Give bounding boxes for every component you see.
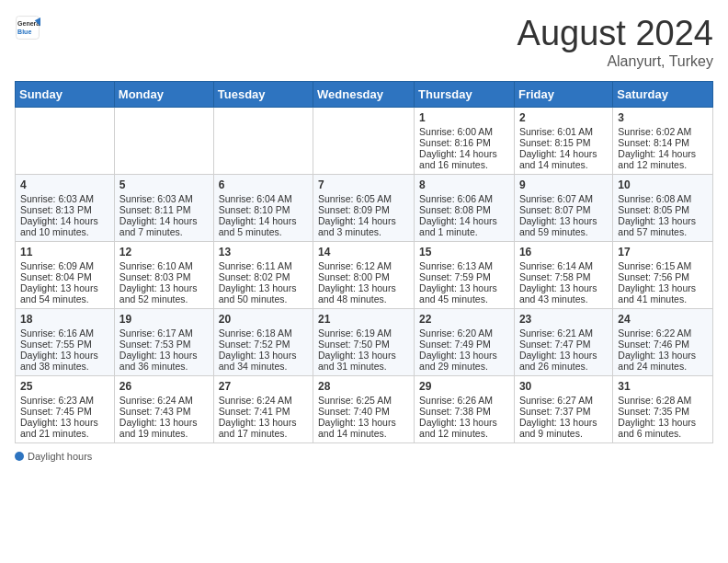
daylight-text: Daylight: 13 hours and 12 minutes. bbox=[419, 417, 509, 439]
sunset-text: Sunset: 7:43 PM bbox=[119, 406, 209, 417]
calendar-cell: 17Sunrise: 6:15 AMSunset: 7:56 PMDayligh… bbox=[613, 241, 713, 308]
sunrise-text: Sunrise: 6:01 AM bbox=[519, 126, 608, 137]
calendar-cell: 23Sunrise: 6:21 AMSunset: 7:47 PMDayligh… bbox=[514, 308, 612, 375]
day-number: 31 bbox=[618, 380, 708, 393]
calendar-title: August 2024 bbox=[518, 15, 713, 53]
sunset-text: Sunset: 7:41 PM bbox=[219, 406, 308, 417]
calendar-cell: 27Sunrise: 6:24 AMSunset: 7:41 PMDayligh… bbox=[213, 375, 313, 442]
day-number: 20 bbox=[219, 313, 308, 326]
sunrise-text: Sunrise: 6:03 AM bbox=[20, 193, 109, 204]
svg-rect-0 bbox=[17, 17, 40, 40]
sunset-text: Sunset: 7:45 PM bbox=[20, 406, 109, 417]
day-number: 16 bbox=[519, 246, 608, 259]
sunset-text: Sunset: 8:11 PM bbox=[119, 204, 209, 215]
daylight-text: Daylight: 14 hours and 12 minutes. bbox=[618, 148, 708, 170]
daylight-text: Daylight: 13 hours and 24 minutes. bbox=[618, 350, 708, 372]
sunset-text: Sunset: 8:10 PM bbox=[219, 204, 308, 215]
calendar-cell: 18Sunrise: 6:16 AMSunset: 7:55 PMDayligh… bbox=[16, 308, 115, 375]
day-of-week-header: Thursday bbox=[415, 81, 515, 107]
sunrise-text: Sunrise: 6:27 AM bbox=[519, 395, 608, 406]
calendar-cell: 20Sunrise: 6:18 AMSunset: 7:52 PMDayligh… bbox=[213, 308, 313, 375]
sunrise-text: Sunrise: 6:25 AM bbox=[318, 395, 409, 406]
page-header: General Blue August 2024 Alanyurt, Turke… bbox=[15, 15, 713, 70]
sunrise-text: Sunrise: 6:20 AM bbox=[419, 327, 509, 339]
sunrise-text: Sunrise: 6:13 AM bbox=[419, 260, 509, 271]
day-number: 21 bbox=[318, 313, 409, 326]
sunset-text: Sunset: 8:00 PM bbox=[318, 271, 409, 282]
daylight-text: Daylight: 14 hours and 1 minute. bbox=[419, 215, 509, 237]
daylight-text: Daylight: 13 hours and 50 minutes. bbox=[219, 282, 308, 304]
day-number: 11 bbox=[20, 246, 109, 259]
sunset-text: Sunset: 8:02 PM bbox=[219, 271, 308, 282]
sunset-text: Sunset: 7:59 PM bbox=[419, 271, 509, 282]
daylight-text: Daylight: 13 hours and 57 minutes. bbox=[618, 215, 708, 237]
day-of-week-header: Sunday bbox=[16, 81, 115, 107]
sunset-text: Sunset: 7:50 PM bbox=[318, 339, 409, 350]
day-number: 19 bbox=[119, 313, 209, 326]
day-number: 3 bbox=[618, 111, 708, 124]
daylight-text: Daylight: 13 hours and 45 minutes. bbox=[419, 282, 509, 304]
sunrise-text: Sunrise: 6:24 AM bbox=[219, 395, 308, 406]
calendar-cell: 19Sunrise: 6:17 AMSunset: 7:53 PMDayligh… bbox=[114, 308, 213, 375]
sunset-text: Sunset: 7:53 PM bbox=[119, 339, 209, 350]
sunrise-text: Sunrise: 6:08 AM bbox=[618, 193, 708, 204]
legend-item: Daylight hours bbox=[15, 451, 92, 462]
daylight-text: Daylight: 13 hours and 26 minutes. bbox=[519, 350, 608, 372]
day-number: 18 bbox=[20, 313, 109, 326]
daylight-text: Daylight: 13 hours and 17 minutes. bbox=[219, 417, 308, 439]
sunrise-text: Sunrise: 6:02 AM bbox=[618, 126, 708, 137]
day-number: 29 bbox=[419, 380, 509, 393]
daylight-text: Daylight: 13 hours and 31 minutes. bbox=[318, 350, 409, 372]
day-of-week-header: Friday bbox=[514, 81, 612, 107]
calendar-cell: 7Sunrise: 6:05 AMSunset: 8:09 PMDaylight… bbox=[313, 174, 415, 241]
sunset-text: Sunset: 8:08 PM bbox=[419, 204, 509, 215]
daylight-text: Daylight: 13 hours and 14 minutes. bbox=[318, 417, 409, 439]
day-number: 17 bbox=[618, 246, 708, 259]
calendar-cell: 6Sunrise: 6:04 AMSunset: 8:10 PMDaylight… bbox=[213, 174, 313, 241]
daylight-text: Daylight: 13 hours and 6 minutes. bbox=[618, 417, 708, 439]
calendar-cell: 26Sunrise: 6:24 AMSunset: 7:43 PMDayligh… bbox=[114, 375, 213, 442]
sunset-text: Sunset: 8:07 PM bbox=[519, 204, 608, 215]
calendar-location: Alanyurt, Turkey bbox=[518, 53, 713, 70]
day-of-week-header: Monday bbox=[114, 81, 213, 107]
sunset-text: Sunset: 8:15 PM bbox=[519, 137, 608, 148]
calendar-cell: 28Sunrise: 6:25 AMSunset: 7:40 PMDayligh… bbox=[313, 375, 415, 442]
day-number: 14 bbox=[318, 246, 409, 259]
calendar-cell: 3Sunrise: 6:02 AMSunset: 8:14 PMDaylight… bbox=[613, 107, 713, 174]
calendar-cell: 2Sunrise: 6:01 AMSunset: 8:15 PMDaylight… bbox=[514, 107, 612, 174]
sunrise-text: Sunrise: 6:19 AM bbox=[318, 327, 409, 339]
day-number: 25 bbox=[20, 380, 109, 393]
day-number: 22 bbox=[419, 313, 509, 326]
sunrise-text: Sunrise: 6:17 AM bbox=[119, 327, 209, 339]
calendar-cell bbox=[16, 107, 115, 174]
calendar-cell: 9Sunrise: 6:07 AMSunset: 8:07 PMDaylight… bbox=[514, 174, 612, 241]
sunset-text: Sunset: 7:38 PM bbox=[419, 406, 509, 417]
day-number: 12 bbox=[119, 246, 209, 259]
day-number: 9 bbox=[519, 178, 608, 191]
sunset-text: Sunset: 7:49 PM bbox=[419, 339, 509, 350]
daylight-text: Daylight: 14 hours and 16 minutes. bbox=[419, 148, 509, 170]
day-of-week-header: Saturday bbox=[613, 81, 713, 107]
calendar-cell: 24Sunrise: 6:22 AMSunset: 7:46 PMDayligh… bbox=[613, 308, 713, 375]
daylight-text: Daylight: 14 hours and 5 minutes. bbox=[219, 215, 308, 237]
sunrise-text: Sunrise: 6:21 AM bbox=[519, 327, 608, 339]
calendar-week-row: 25Sunrise: 6:23 AMSunset: 7:45 PMDayligh… bbox=[16, 375, 713, 442]
day-number: 10 bbox=[618, 178, 708, 191]
calendar-cell: 8Sunrise: 6:06 AMSunset: 8:08 PMDaylight… bbox=[415, 174, 515, 241]
calendar-cell: 11Sunrise: 6:09 AMSunset: 8:04 PMDayligh… bbox=[16, 241, 115, 308]
calendar-cell: 13Sunrise: 6:11 AMSunset: 8:02 PMDayligh… bbox=[213, 241, 313, 308]
sunset-text: Sunset: 7:35 PM bbox=[618, 406, 708, 417]
sunset-text: Sunset: 8:16 PM bbox=[419, 137, 509, 148]
calendar-header-row: SundayMondayTuesdayWednesdayThursdayFrid… bbox=[16, 81, 713, 107]
sunset-text: Sunset: 7:46 PM bbox=[618, 339, 708, 350]
sunrise-text: Sunrise: 6:00 AM bbox=[419, 126, 509, 137]
sunset-text: Sunset: 7:40 PM bbox=[318, 406, 409, 417]
day-number: 27 bbox=[219, 380, 308, 393]
sunrise-text: Sunrise: 6:28 AM bbox=[618, 395, 708, 406]
calendar-cell: 29Sunrise: 6:26 AMSunset: 7:38 PMDayligh… bbox=[415, 375, 515, 442]
daylight-text: Daylight: 13 hours and 19 minutes. bbox=[119, 417, 209, 439]
legend-label: Daylight hours bbox=[28, 451, 92, 462]
sunrise-text: Sunrise: 6:10 AM bbox=[119, 260, 209, 271]
daylight-text: Daylight: 13 hours and 21 minutes. bbox=[20, 417, 109, 439]
daylight-text: Daylight: 13 hours and 48 minutes. bbox=[318, 282, 409, 304]
